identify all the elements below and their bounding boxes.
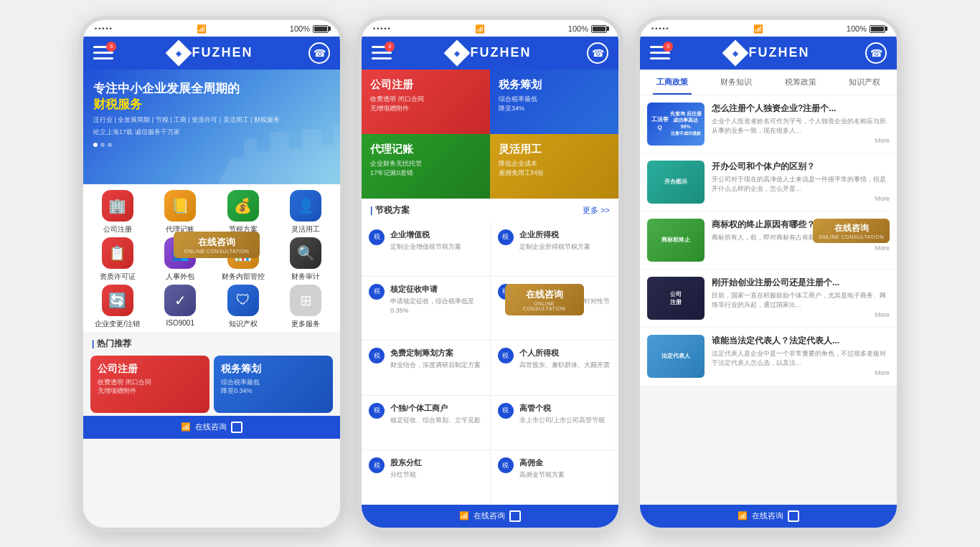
article-item-1[interactable]: 工法答Q先查询 后注册成功率高达99%注册不成功退款 怎么注册个人独资企业?注册… <box>640 95 897 153</box>
menu-icon[interactable]: 3 <box>650 44 670 62</box>
tax-item-desc: 高佣金节税方案 <box>519 470 565 480</box>
article-content-2: 开办公司和个体户的区别？ 开公司对于现在的高净值人士来说是一件很平常的事情，但是… <box>712 161 890 203</box>
phone-call-button[interactable]: ☎ <box>865 42 887 64</box>
tab-business-policy[interactable]: 工商政策 <box>640 70 705 95</box>
article-item-2[interactable]: 开办图示 开办公司和个体户的区别？ 开公司对于现在的高净值人士来说是一件很平常的… <box>640 153 897 211</box>
article-more-1: More <box>712 137 890 144</box>
tax-item-content: 企业所得税 定制企业所得税节税方案 <box>519 229 590 252</box>
icon-more: ⊞ <box>290 285 321 316</box>
article-list: 工法答Q先查询 后注册成功率高达99%注册不成功退款 怎么注册个人独资企业?注册… <box>640 95 897 505</box>
header-logo: ◈ FUZHEN <box>448 44 532 62</box>
service-card-flexible[interactable]: 灵活用工 降低企业成本雇佣免用工纠纷 <box>490 134 618 199</box>
service-cards-grid: 公司注册 收费透明 闭口合同无增项赠附件 税务筹划 综合税率最低降至34% 代理… <box>362 70 618 199</box>
header-badge: 3 <box>385 42 395 52</box>
tax-item-sole[interactable]: 税 个独/个体工商户 核定征收、综合筹划、立竿见影 <box>362 396 490 450</box>
icon-item-finance[interactable]: 在线咨询 ONLINE CONSULTATION 📊 财务内部管控 <box>213 237 273 282</box>
menu-line <box>372 52 392 54</box>
menu-icon[interactable]: 3 <box>93 44 113 62</box>
article-desc-1: 企业个人投资者姓名可作为字号，个人独资企业的名称应与所从事的业务一致，现在很多人… <box>712 117 890 135</box>
tax-item-custom[interactable]: 税 免费定制筹划方案 财业结合，深度调研后制定方案 <box>362 341 490 394</box>
tax-item-personal[interactable]: 税 个人所得税 高管股东、兼职群体、大额开票 <box>491 341 619 394</box>
tax-item-title: 高管个税 <box>519 403 606 414</box>
tax-badge: 税 <box>369 457 385 473</box>
tax-item-executive[interactable]: 税 高管个税 非上市公司/上市公司高管节税 <box>491 396 619 450</box>
tax-item-content: 高管个税 非上市公司/上市公司高管节税 <box>519 403 606 425</box>
article-desc-5: 法定代表人是企业中是一个非常重要的角色，不过很多老板对于法定代表人怎么选，以及法… <box>712 349 890 367</box>
article-more-3: More <box>712 244 890 252</box>
bottom-consult-bar-2[interactable]: 📶 在线咨询 <box>362 505 618 528</box>
icon-item-tax[interactable]: 💰 节税方案 <box>213 190 273 234</box>
bottom-consult-bar-1[interactable]: 📶 在线咨询 <box>83 416 340 439</box>
logo-letter: ◈ <box>732 49 738 57</box>
brand-name: FUZHEN <box>192 45 253 60</box>
logo-letter: ◈ <box>453 49 460 57</box>
icon-item-iso[interactable]: ✓ ISO9001 <box>151 285 211 329</box>
tax-badge: 税 <box>369 403 385 419</box>
tab-tax-policy[interactable]: 税筹政策 <box>768 70 833 95</box>
thumb-content: 法定代表人 <box>647 335 705 378</box>
signal-dots: ••••• <box>95 25 113 32</box>
status-bar-3: ••••• 📶 100% <box>640 20 897 37</box>
tax-item-content: 股东分红 分红节税 <box>390 457 422 480</box>
phone-call-button[interactable]: ☎ <box>587 42 608 64</box>
menu-icon[interactable]: 3 <box>372 44 392 62</box>
promo-card-company[interactable]: 公司注册 收费透明 闭口合同无增项赠附件 <box>90 356 209 413</box>
promo-card-tax[interactable]: 税务筹划 综合税率最低降至0.34% <box>214 356 333 413</box>
logo-diamond: ◈ <box>722 39 748 66</box>
tax-item-desc: 定制企业所得税节税方案 <box>519 242 590 252</box>
tab-ip[interactable]: 知识产权 <box>833 70 897 95</box>
brand-name: FUZHEN <box>471 45 532 60</box>
consult-title: 在线咨询 <box>181 236 253 249</box>
icon-item-audit[interactable]: 🔍 财务审计 <box>276 237 336 282</box>
icon-item-change[interactable]: 🔄 企业变更/注销 <box>88 285 148 329</box>
header-logo: ◈ FUZHEN <box>169 44 253 62</box>
thumb-content: 开办图示 <box>647 161 705 204</box>
service-card-account[interactable]: 代理记账 企业财务无忧托管17年记账0差错 <box>362 134 490 199</box>
tax-more-link[interactable]: 更多 >> <box>583 205 610 216</box>
icon-item-more[interactable]: ⊞ 更多服务 <box>276 285 336 329</box>
icon-item-resource[interactable]: 📋 资质许可证 <box>88 237 148 282</box>
icon-item-company[interactable]: 🏢 公司注册 <box>88 190 148 234</box>
article-more-5: More <box>712 369 890 376</box>
article-more-4: More <box>712 311 890 318</box>
brand-name: FUZHEN <box>749 45 810 60</box>
icon-item-account[interactable]: 📒 代理记账 <box>151 190 211 234</box>
tax-item-vat[interactable]: 税 企业增值税 定制企业增值税节税方案 <box>362 222 490 276</box>
hero-highlight: 财税服务 <box>93 97 142 111</box>
icon-item-flexible[interactable]: 👤 灵活用工 <box>276 190 336 234</box>
status-right: 100% <box>568 24 607 33</box>
battery-icon <box>870 25 885 33</box>
tax-item-dividend[interactable]: 税 股东分红 分红节税 <box>362 450 490 504</box>
tax-item-approved[interactable]: 税 核定征收申请 申请核定征收，综合税率低至0.35% <box>362 277 490 340</box>
service-card-company[interactable]: 公司注册 收费透明 闭口合同无增项赠附件 <box>362 70 490 134</box>
article-desc-2: 开公司对于现在的高净值人士来说是一件很平常的事情，但是开什么么样的企业，怎么开是… <box>712 175 890 193</box>
consult-overlay-3[interactable]: 在线咨询 ONLINE CONSULTATION <box>813 219 890 243</box>
phone-call-button[interactable]: ☎ <box>308 42 330 64</box>
tax-item-income[interactable]: 税 企业所得税 定制企业所得税节税方案 <box>491 222 619 276</box>
service-card-tax[interactable]: 税务筹划 综合税率最低降至34% <box>490 70 618 134</box>
icon-label: 资质许可证 <box>100 272 136 282</box>
article-content-5: 谁能当法定代表人？法定代表人... 法定代表人是企业中是一个非常重要的角色，不过… <box>712 335 890 377</box>
bottom-consult-bar-3[interactable]: 📶 在线咨询 <box>640 505 897 528</box>
article-item-5[interactable]: 法定代表人 谁能当法定代表人？法定代表人... 法定代表人是企业中是一个非常重要… <box>640 328 897 385</box>
tax-badge: 税 <box>498 457 514 473</box>
article-item-3[interactable]: 商标权终止 在线咨询 ONLINE CONSULTATION 商标权的终止原因有… <box>640 211 897 269</box>
tax-item-commission[interactable]: 税 高佣金 高佣金节税方案 <box>491 450 619 504</box>
consult-overlay-2[interactable]: 在线咨询 ONLINE CONSULTATION <box>505 284 584 315</box>
header-badge: 3 <box>106 42 116 52</box>
menu-line <box>93 57 113 60</box>
tax-item-desc: 非上市公司/上市公司高管节税 <box>519 416 606 425</box>
tax-item-title: 高佣金 <box>519 457 565 468</box>
tax-item-industry[interactable]: 在线咨询 ONLINE CONSULTATION 税 行业节税方案 为您提供您所… <box>491 277 619 340</box>
icon-resource: 📋 <box>102 237 133 269</box>
consult-overlay-1[interactable]: 在线咨询 ONLINE CONSULTATION <box>174 232 260 258</box>
icon-item-ip[interactable]: 🛡 知识产权 <box>213 285 273 329</box>
app-header-2: 3 ◈ FUZHEN ☎ <box>362 37 618 70</box>
tax-section-header: 节税方案 更多 >> <box>362 199 618 222</box>
icon-flexible: 👤 <box>290 190 321 222</box>
tab-finance-knowledge[interactable]: 财务知识 <box>705 70 769 95</box>
article-item-4[interactable]: 公司注册 刚开始创业注册公司还是注册个... 目前，国家一直在积极鼓励个体工商户… <box>640 270 897 327</box>
icon-ip: 🛡 <box>227 285 259 316</box>
article-title-2: 开办公司和个体户的区别？ <box>712 161 890 173</box>
policy-tabs: 工商政策 财务知识 税筹政策 知识产权 <box>640 70 897 95</box>
